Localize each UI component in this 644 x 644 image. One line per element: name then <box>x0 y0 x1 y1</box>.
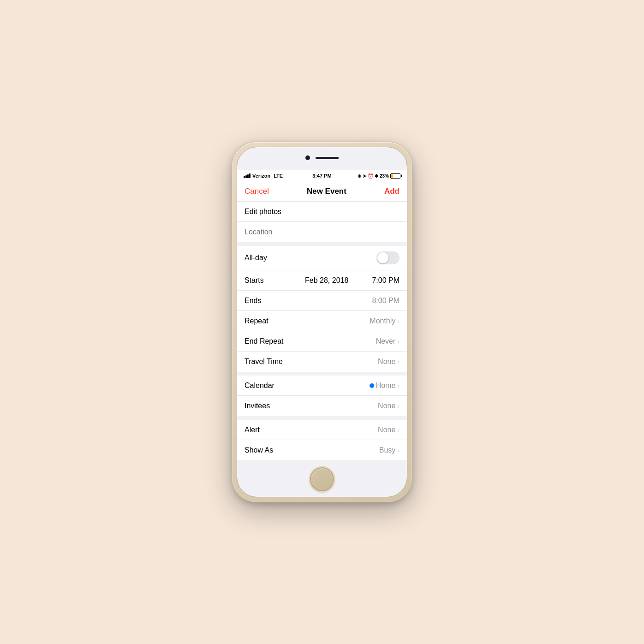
location-icon: ⊕ <box>358 173 361 179</box>
travel-time-value-text: None <box>378 358 395 366</box>
allday-label: All-day <box>244 254 267 262</box>
alarm-icon: ⏰ <box>368 173 373 179</box>
section-title-location: Edit photos <box>237 202 407 242</box>
alert-value: None › <box>378 426 400 434</box>
location-input[interactable] <box>237 222 407 242</box>
status-left: Verizon LTE <box>244 173 283 179</box>
invitees-label: Invitees <box>244 402 270 410</box>
screen: Verizon LTE 3:47 PM ⊕ ➤ ⏰ ✱ 23% Cancel <box>237 170 407 460</box>
travel-time-label: Travel Time <box>244 358 283 366</box>
travel-time-chevron: › <box>397 358 400 365</box>
speaker <box>316 157 339 159</box>
alert-value-text: None <box>378 426 395 434</box>
add-button[interactable]: Add <box>384 187 400 196</box>
phone-frame: Verizon LTE 3:47 PM ⊕ ➤ ⏰ ✱ 23% Cancel <box>232 142 412 502</box>
signal-bars <box>244 173 250 178</box>
status-right: ⊕ ➤ ⏰ ✱ 23% <box>358 173 400 179</box>
signal-bar-3 <box>247 174 249 178</box>
calendar-row[interactable]: Calendar Home › <box>237 376 407 396</box>
section-alert: Alert None › Show As Busy › <box>237 420 407 460</box>
invitees-value-text: None <box>378 402 395 410</box>
end-repeat-value-text: Never <box>376 337 396 346</box>
end-repeat-row[interactable]: End Repeat Never › <box>237 331 407 352</box>
section-time: All-day Starts Feb 28, 2018 7:00 PM Ends <box>237 246 407 372</box>
event-title-field[interactable]: Edit photos <box>244 208 281 216</box>
starts-row[interactable]: Starts Feb 28, 2018 7:00 PM <box>237 270 407 291</box>
repeat-value-text: Monthly <box>370 317 395 325</box>
invitees-row[interactable]: Invitees None › <box>237 396 407 416</box>
home-button[interactable] <box>310 467 334 491</box>
starts-date: Feb 28, 2018 <box>281 276 372 285</box>
show-as-chevron: › <box>397 447 400 454</box>
section-calendar: Calendar Home › Invitees None › <box>237 376 407 416</box>
alert-chevron: › <box>397 426 400 434</box>
gps-icon: ➤ <box>363 173 366 179</box>
calendar-dot <box>370 383 374 388</box>
event-title-row[interactable]: Edit photos <box>237 202 407 222</box>
ends-value: 8:00 PM <box>372 297 400 305</box>
invitees-value: None › <box>378 402 400 410</box>
toggle-knob <box>377 252 388 263</box>
home-button-area[interactable] <box>308 465 336 493</box>
repeat-chevron: › <box>397 317 400 325</box>
camera <box>305 155 310 160</box>
calendar-value-text: Home <box>376 382 396 390</box>
calendar-label: Calendar <box>244 382 274 390</box>
alert-label: Alert <box>244 426 260 434</box>
repeat-row[interactable]: Repeat Monthly › <box>237 311 407 331</box>
content-area: Edit photos All-day Starts <box>237 202 407 460</box>
end-repeat-value: Never › <box>376 337 400 346</box>
network-label: LTE <box>274 173 283 179</box>
calendar-chevron: › <box>397 382 400 389</box>
allday-toggle[interactable] <box>376 251 400 264</box>
status-bar: Verizon LTE 3:47 PM ⊕ ➤ ⏰ ✱ 23% <box>237 170 407 181</box>
repeat-value: Monthly › <box>370 317 400 325</box>
starts-label: Starts <box>244 276 281 285</box>
end-repeat-label: End Repeat <box>244 337 284 346</box>
bluetooth-icon: ✱ <box>375 173 378 179</box>
signal-bar-2 <box>245 175 247 178</box>
battery-fill <box>391 174 393 178</box>
calendar-value: Home › <box>370 382 400 390</box>
cancel-button[interactable]: Cancel <box>244 187 269 196</box>
phone-inner: Verizon LTE 3:47 PM ⊕ ➤ ⏰ ✱ 23% Cancel <box>237 147 407 497</box>
starts-time: 7:00 PM <box>372 276 400 285</box>
repeat-label: Repeat <box>244 317 268 325</box>
end-repeat-chevron: › <box>397 338 400 345</box>
travel-time-value: None › <box>378 358 400 366</box>
location-row[interactable] <box>237 222 407 242</box>
show-as-label: Show As <box>244 446 273 454</box>
ends-label: Ends <box>244 297 372 305</box>
ends-row[interactable]: Ends 8:00 PM <box>237 291 407 311</box>
phone-top-bar <box>305 155 339 160</box>
alert-row[interactable]: Alert None › <box>237 420 407 440</box>
invitees-chevron: › <box>397 402 400 410</box>
show-as-value: Busy › <box>379 446 400 454</box>
allday-row[interactable]: All-day <box>237 246 407 270</box>
status-time: 3:47 PM <box>312 173 332 179</box>
battery-icon <box>390 173 400 179</box>
nav-title: New Event <box>307 187 346 196</box>
carrier-label: Verizon <box>252 173 270 179</box>
nav-bar: Cancel New Event Add <box>237 181 407 202</box>
show-as-row[interactable]: Show As Busy › <box>237 440 407 460</box>
battery-percent: 23% <box>380 173 389 179</box>
ends-time: 8:00 PM <box>372 297 400 305</box>
travel-time-row[interactable]: Travel Time None › <box>237 352 407 372</box>
signal-bar-1 <box>244 176 245 178</box>
show-as-value-text: Busy <box>379 446 396 454</box>
signal-bar-4 <box>249 173 250 178</box>
